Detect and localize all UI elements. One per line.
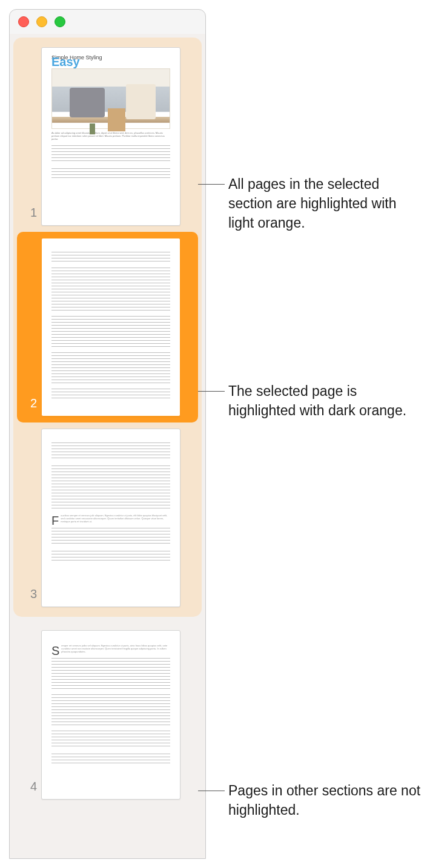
body-text-placeholder xyxy=(51,658,170,689)
page-thumbnail: Semper ret veneurs juibo vel aliquam. Eg… xyxy=(41,630,180,800)
body-text-placeholder xyxy=(51,465,170,509)
thumbnail-page-3[interactable]: 3 Faucibus semper et veneurs juib aliqua… xyxy=(17,422,198,613)
thumbnail-page-1[interactable]: 1 Simple Home Styling Easy As dolor ad a… xyxy=(17,41,198,232)
window-titlebar xyxy=(10,10,205,34)
body-text-placeholder xyxy=(51,316,170,347)
app-window: 1 Simple Home Styling Easy As dolor ad a… xyxy=(9,9,206,859)
body-text-placeholder xyxy=(51,442,170,461)
callout-other-section: Pages in other sections are not highligh… xyxy=(228,781,422,820)
body-text-placeholder xyxy=(51,551,170,562)
body-text-placeholder xyxy=(51,145,170,163)
body-text-placeholder xyxy=(51,268,170,311)
body-text-placeholder xyxy=(51,389,170,399)
image-caption: As dolor ad adipiscing amet tibarutum nu… xyxy=(51,131,170,140)
section-selected: 1 Simple Home Styling Easy As dolor ad a… xyxy=(13,38,202,617)
body-text-placeholder: Faucibus semper et veneurs juib aliquam.… xyxy=(51,514,170,523)
body-text-placeholder xyxy=(51,528,170,546)
body-text-placeholder xyxy=(51,754,170,764)
callout-text: The selected page is highlighted with da… xyxy=(228,383,406,418)
close-icon[interactable] xyxy=(18,16,29,27)
page-number: 2 xyxy=(20,396,37,410)
body-text-placeholder xyxy=(51,352,170,384)
body-text-placeholder xyxy=(51,731,170,749)
body-text-placeholder xyxy=(51,694,170,726)
page-thumbnail xyxy=(41,238,180,416)
body-text-placeholder: Semper ret veneurs juibo vel aliquam. Eg… xyxy=(51,644,170,653)
callout-text: Pages in other sections are not highligh… xyxy=(228,783,420,818)
minimize-icon[interactable] xyxy=(36,16,47,27)
callout-text: All pages in the selected section are hi… xyxy=(228,176,396,231)
page-thumbnail: Faucibus semper et veneurs juib aliquam.… xyxy=(41,429,180,607)
page-number: 4 xyxy=(20,780,37,794)
body-text-placeholder xyxy=(51,168,170,179)
document-subtitle: Easy xyxy=(51,61,170,64)
page-number: 1 xyxy=(20,206,37,220)
thumbnail-page-4[interactable]: 4 Semper ret veneurs juibo vel aliquam. … xyxy=(17,624,198,806)
hero-image-placeholder xyxy=(51,68,170,129)
body-text-placeholder xyxy=(51,252,170,263)
page-thumbnail: Simple Home Styling Easy As dolor ad adi… xyxy=(41,47,180,226)
zoom-icon[interactable] xyxy=(55,16,65,27)
thumbnail-page-2-selected[interactable]: 2 xyxy=(17,232,198,422)
section-other: 4 Semper ret veneurs juibo vel aliquam. … xyxy=(13,620,202,809)
thumbnails-sidebar: 1 Simple Home Styling Easy As dolor ad a… xyxy=(10,34,205,858)
callout-page-highlight: The selected page is highlighted with da… xyxy=(228,381,422,420)
callout-section-highlight: All pages in the selected section are hi… xyxy=(228,174,422,232)
page-number: 3 xyxy=(20,587,37,601)
